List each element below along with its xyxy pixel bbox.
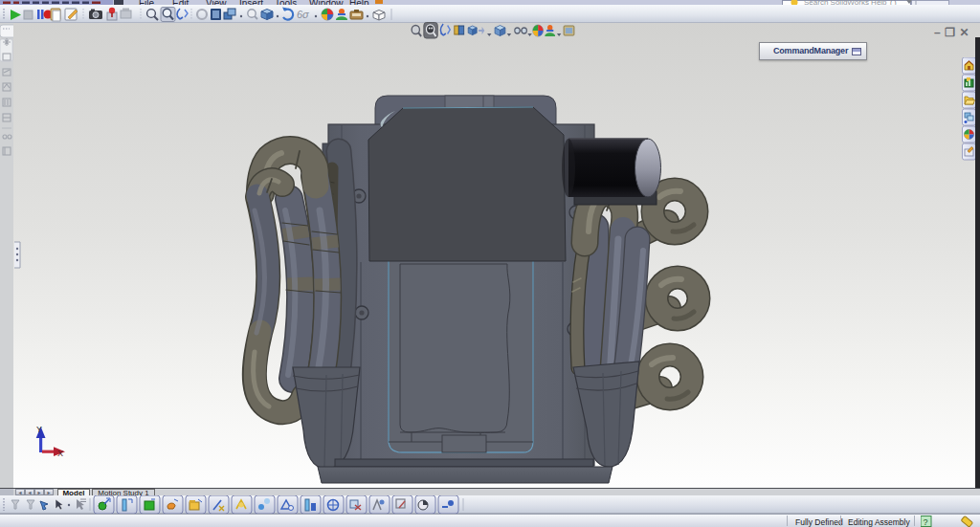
svg-text:Y: Y (36, 425, 42, 434)
svg-text:?: ? (924, 517, 928, 527)
svg-text:X: X (57, 449, 63, 458)
svg-text:6σ: 6σ (297, 9, 309, 20)
